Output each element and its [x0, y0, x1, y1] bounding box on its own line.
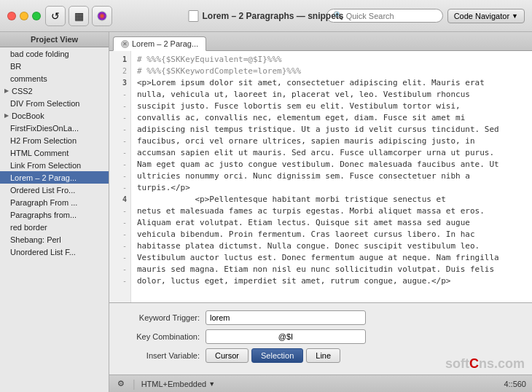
sidebar-item[interactable]: bad code folding: [0, 47, 109, 60]
line-number: 1: [109, 54, 130, 66]
line-number: -: [109, 159, 130, 170]
code-line: convallis ac, convallis nec, elementum e…: [137, 112, 526, 124]
code-line: turpis.</p>: [137, 182, 526, 194]
keyword-trigger-row: Keyword Trigger:: [120, 310, 522, 325]
code-line: suscipit justo. Fusce lobortis sem eu el…: [137, 101, 526, 112]
chevron-down-icon: ▼: [512, 12, 518, 20]
sidebar-item-label: HTML Comment: [10, 149, 69, 157]
sidebar-item[interactable]: DIV From Selection: [0, 97, 109, 109]
sidebar-header: Project View: [0, 32, 109, 47]
expand-arrow-icon: ▶: [4, 112, 9, 119]
sidebar-item-label: comments: [10, 74, 47, 83]
sidebar-item-label: red border: [10, 223, 47, 232]
expand-arrow-icon: ▶: [4, 87, 9, 94]
sidebar-item[interactable]: BR: [0, 60, 109, 72]
line-number: -: [109, 217, 130, 229]
sidebar-item[interactable]: Ordered List Fro...: [0, 184, 109, 196]
line-number: -: [109, 136, 130, 147]
title-bar-center: Lorem – 2 Paragraphs — snippets: [188, 10, 343, 22]
sidebar-item-label: Shebang: Perl: [10, 235, 61, 244]
editor-main: 123---------4------- # %%%{$SKKeyEquival…: [109, 51, 532, 302]
properties-panel: Keyword Trigger: Key Combination: Insert…: [109, 302, 532, 375]
code-line: dolor, luctus eget, imperdiet sit amet, …: [137, 275, 526, 287]
line-number: -: [109, 252, 130, 264]
insert-variable-row: Insert Variable: CursorSelectionLine: [120, 348, 522, 363]
window-title: Lorem – 2 Paragraphs — snippets: [202, 11, 343, 21]
sidebar-item-label: Unordered List F...: [10, 248, 76, 256]
sidebar-item[interactable]: Paragraphs from...: [0, 208, 109, 221]
line-number: -: [109, 229, 130, 240]
sidebar-item[interactable]: ▶DocBook: [0, 109, 109, 122]
line-number: -: [109, 147, 130, 159]
code-line: mauris sed magna. Etiam non nisl eu nunc…: [137, 264, 526, 275]
key-combination-row: Key Combination:: [120, 329, 522, 344]
sidebar-item[interactable]: Paragraph From ...: [0, 196, 109, 208]
tab-close-icon[interactable]: ✕: [121, 40, 129, 48]
code-navigator-label: Code Navigator: [454, 12, 509, 20]
chevron-icon: ▼: [208, 380, 215, 388]
code-line: # %%%{$SKKeyEquivalent=@$I}%%%: [137, 54, 526, 66]
gear-icon[interactable]: ⚙: [115, 378, 127, 390]
line-number: -: [109, 170, 130, 182]
sidebar-item-label: Lorem – 2 Parag...: [10, 173, 77, 182]
grid-button[interactable]: ▦: [69, 6, 89, 26]
code-line: nulla, vehicula ut, laoreet in, placerat…: [137, 89, 526, 101]
sidebar-item-label: bad code folding: [10, 50, 69, 58]
sidebar-item[interactable]: Lorem – 2 Parag...: [0, 171, 109, 184]
sidebar-item[interactable]: ▶CSS2: [0, 85, 109, 97]
sidebar-item[interactable]: Link From Selection: [0, 159, 109, 171]
sidebar: Project View bad code foldingBRcomments▶…: [0, 32, 109, 392]
insert-variable-buttons: CursorSelectionLine: [206, 348, 340, 363]
main-content: Project View bad code foldingBRcomments▶…: [0, 32, 532, 392]
keyword-trigger-label: Keyword Trigger:: [120, 313, 200, 322]
insert-variable-button-line[interactable]: Line: [306, 348, 340, 363]
cursor-position: 4::560: [504, 380, 526, 388]
line-number: -: [109, 112, 130, 124]
code-line: accumsan sapien elit ut mauris. Sed arcu…: [137, 147, 526, 159]
sidebar-item[interactable]: Unordered List F...: [0, 246, 109, 258]
code-navigator-button[interactable]: Code Navigator ▼: [447, 9, 525, 23]
sidebar-item-label: FirstFixDiesOnLa...: [10, 124, 79, 133]
svg-point-1: [98, 12, 106, 20]
sidebar-item-label: BR: [10, 62, 21, 71]
sidebar-item-label: CSS2: [12, 87, 33, 95]
search-box[interactable]: 🔍: [326, 9, 443, 23]
line-number: 4: [109, 194, 130, 205]
code-content[interactable]: # %%%{$SKKeyEquivalent=@$I}%%%# %%%{$SKK…: [131, 51, 532, 302]
sidebar-item-label: Ordered List Fro...: [10, 186, 75, 195]
doc-icon: [188, 10, 198, 22]
keyword-trigger-input[interactable]: [206, 310, 366, 325]
key-combination-input[interactable]: [206, 329, 366, 344]
sidebar-list: bad code foldingBRcomments▶CSS2DIV From …: [0, 47, 109, 392]
insert-variable-button-selection[interactable]: Selection: [251, 348, 303, 363]
sidebar-item-label: Link From Selection: [10, 161, 81, 170]
language-selector[interactable]: HTML+Embedded ▼: [141, 380, 216, 388]
search-input[interactable]: [346, 12, 434, 20]
code-line: Vestibulum auctor luctus est. Donec ferm…: [137, 252, 526, 264]
sidebar-item[interactable]: Shebang: Perl: [0, 233, 109, 246]
tab-lorem[interactable]: ✕ Lorem – 2 Parag...: [113, 36, 206, 51]
sidebar-item[interactable]: comments: [0, 72, 109, 85]
sidebar-item[interactable]: HTML Comment: [0, 146, 109, 159]
line-number: 2: [109, 66, 130, 77]
toolbar-buttons: ↺ ▦: [45, 6, 112, 26]
insert-variable-label: Insert Variable:: [120, 351, 200, 360]
sidebar-item[interactable]: red border: [0, 221, 109, 233]
tab-bar: ✕ Lorem – 2 Parag...: [109, 32, 532, 51]
sidebar-item[interactable]: FirstFixDiesOnLa...: [0, 122, 109, 134]
minimize-button[interactable]: [20, 12, 28, 20]
code-line: <p>Pellentesque habitant morbi tristique…: [137, 194, 526, 205]
insert-variable-button-cursor[interactable]: Cursor: [206, 348, 249, 363]
tab-label: Lorem – 2 Parag...: [132, 39, 198, 48]
sidebar-item[interactable]: H2 From Selection: [0, 134, 109, 146]
key-combination-label: Key Combination:: [120, 332, 200, 341]
maximize-button[interactable]: [32, 12, 41, 20]
refresh-button[interactable]: ↺: [45, 6, 66, 26]
color-button[interactable]: [92, 6, 112, 26]
sidebar-item-label: H2 From Selection: [10, 136, 77, 145]
close-button[interactable]: [7, 12, 16, 20]
code-line: faucibus, orci vel ornare ultrices, sapi…: [137, 136, 526, 147]
line-number: -: [109, 205, 130, 217]
language-label: HTML+Embedded: [141, 380, 207, 388]
status-divider: |: [133, 378, 136, 390]
